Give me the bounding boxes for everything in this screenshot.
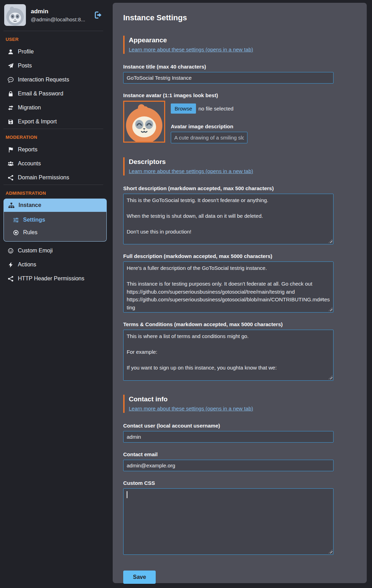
- sidebar-item-label: Custom Emoji: [18, 248, 53, 254]
- sidebar-item-label: Export & Import: [18, 119, 57, 125]
- sidebar: admin @admin@localhost:8... USER Profile: [0, 0, 107, 588]
- sidebar-item-domain-permissions[interactable]: Domain Permissions: [0, 171, 107, 185]
- floppy-disk-icon: [8, 119, 14, 125]
- bolt-icon: [8, 262, 14, 268]
- sidebar-item-migration[interactable]: Migration: [0, 101, 107, 115]
- sidebar-item-label: Profile: [18, 49, 34, 55]
- sloth-avatar-image: [4, 4, 26, 26]
- sidebar-item-accounts[interactable]: Accounts: [0, 157, 107, 171]
- sidebar-item-label: Instance: [19, 202, 41, 208]
- circle-dot-icon: [13, 230, 19, 236]
- section-header-descriptors: Descriptors Learn more about these setti…: [123, 157, 334, 175]
- sidebar-item-label: Actions: [18, 261, 36, 268]
- section-header-contact-info: Contact info Learn more about these sett…: [123, 395, 334, 413]
- section-header-appearance: Appearance Learn more about these settin…: [123, 36, 334, 54]
- sidebar-item-interaction-requests[interactable]: Interaction Requests: [0, 73, 107, 87]
- file-status-text: no file selected: [198, 106, 233, 112]
- sidebar-item-label: HTTP Header Permissions: [18, 275, 84, 282]
- user-handle: @admin@localhost:8...: [31, 16, 85, 22]
- text-cursor: [127, 491, 127, 498]
- migration-arrows-icon: [8, 105, 14, 111]
- sidebar-item-posts[interactable]: Posts: [0, 59, 107, 73]
- field-label: Contact user (local account username): [123, 423, 334, 429]
- nav-group-moderation: MODERATION Reports Accounts: [0, 129, 107, 185]
- field-label: Full description (markdown accepted, max…: [123, 253, 334, 259]
- nav-group-user: USER Profile Posts: [0, 31, 107, 129]
- page-title: Instance Settings: [123, 13, 334, 22]
- field-terms: Terms & Conditions (markdown accepted, m…: [123, 321, 334, 381]
- sidebar-item-label: Migration: [18, 105, 41, 111]
- sidebar-item-rules[interactable]: Rules: [4, 226, 106, 239]
- lock-icon: [8, 91, 14, 97]
- smile-icon: [8, 248, 14, 254]
- section-heading: Descriptors: [129, 158, 334, 166]
- field-label: Short description (markdown accepted, ma…: [123, 185, 334, 191]
- sidebar-item-custom-emoji[interactable]: Custom Emoji: [0, 244, 107, 258]
- sidebar-item-email-password[interactable]: Email & Password: [0, 87, 107, 101]
- sidebar-item-label: Domain Permissions: [18, 174, 69, 181]
- share-nodes-icon: [8, 276, 14, 282]
- section-heading: Appearance: [129, 36, 334, 44]
- sidebar-item-label: Interaction Requests: [18, 77, 69, 83]
- sidebar-item-settings[interactable]: Settings: [4, 214, 106, 226]
- paper-plane-icon: [8, 63, 14, 69]
- nav-group-label: MODERATION: [0, 129, 107, 143]
- sidebar-item-export-import[interactable]: Export & Import: [0, 115, 107, 129]
- user-avatar: [4, 4, 26, 26]
- save-button[interactable]: Save: [123, 571, 156, 584]
- custom-css-textarea[interactable]: [123, 488, 334, 555]
- full-description-textarea[interactable]: Here's a fuller description of the GoToS…: [123, 261, 334, 313]
- user-name: admin: [31, 8, 85, 15]
- instance-settings-panel: Instance Settings Appearance Learn more …: [113, 3, 367, 583]
- sidebar-item-actions[interactable]: Actions: [0, 258, 107, 272]
- field-label: Contact email: [123, 451, 334, 457]
- field-instance-avatar: Instance avatar (1:1 images look best): [123, 92, 334, 143]
- short-description-textarea[interactable]: This is the GoToSocial testrig. It doesn…: [123, 194, 334, 244]
- user-texts: admin @admin@localhost:8...: [31, 8, 85, 22]
- nav-group-label: ADMINISTRATION: [0, 185, 107, 199]
- field-contact-email: Contact email: [123, 451, 334, 471]
- learn-more-link[interactable]: Learn more about these settings (opens i…: [129, 406, 253, 411]
- share-nodes-icon: [8, 175, 14, 181]
- sitemap-icon: [8, 202, 14, 208]
- sloth-instance-avatar-image: [124, 102, 164, 142]
- instance-submenu: Settings Rules: [3, 212, 107, 242]
- field-label: Instance avatar (1:1 images look best): [123, 92, 334, 98]
- field-label: Instance title (max 40 characters): [123, 64, 334, 70]
- field-contact-user: Contact user (local account username): [123, 423, 334, 443]
- contact-email-input[interactable]: [123, 460, 334, 471]
- field-label: Terms & Conditions (markdown accepted, m…: [123, 321, 334, 327]
- logout-icon[interactable]: [94, 11, 103, 19]
- field-instance-title: Instance title (max 40 characters): [123, 64, 334, 84]
- field-full-description: Full description (markdown accepted, max…: [123, 253, 334, 313]
- sidebar-item-label: Reports: [18, 146, 37, 153]
- sidebar-item-label: Settings: [23, 217, 45, 223]
- learn-more-link[interactable]: Learn more about these settings (opens i…: [129, 46, 253, 52]
- sidebar-item-label: Rules: [23, 229, 37, 236]
- sidebar-item-label: Accounts: [18, 160, 41, 167]
- instance-avatar-preview: [123, 101, 165, 143]
- learn-more-link[interactable]: Learn more about these settings (opens i…: [129, 168, 253, 174]
- sidebar-item-profile[interactable]: Profile: [0, 45, 107, 59]
- contact-user-input[interactable]: [123, 431, 334, 443]
- avatar-description-input[interactable]: [171, 132, 247, 143]
- sidebar-item-label: Posts: [18, 63, 32, 69]
- sliders-icon: [13, 217, 19, 223]
- section-heading: Contact info: [129, 395, 334, 403]
- instance-title-input[interactable]: [123, 72, 334, 84]
- sidebar-item-label: Email & Password: [18, 91, 63, 97]
- users-icon: [8, 161, 14, 167]
- terms-textarea[interactable]: This is where a list of terms and condit…: [123, 330, 334, 381]
- sidebar-item-http-header-permissions[interactable]: HTTP Header Permissions: [0, 272, 107, 286]
- field-custom-css: Custom CSS: [123, 480, 334, 555]
- nav-group-label: USER: [0, 31, 107, 45]
- sidebar-item-instance[interactable]: Instance: [3, 199, 107, 212]
- avatar-description-label: Avatar image description: [171, 123, 247, 129]
- sidebar-item-reports[interactable]: Reports: [0, 143, 107, 157]
- flag-icon: [8, 147, 14, 153]
- user-icon: [8, 49, 14, 55]
- nav-group-administration: ADMINISTRATION Instance: [0, 185, 107, 286]
- comment-dots-icon: [8, 77, 14, 83]
- browse-button[interactable]: Browse: [171, 103, 196, 114]
- field-label: Custom CSS: [123, 480, 334, 486]
